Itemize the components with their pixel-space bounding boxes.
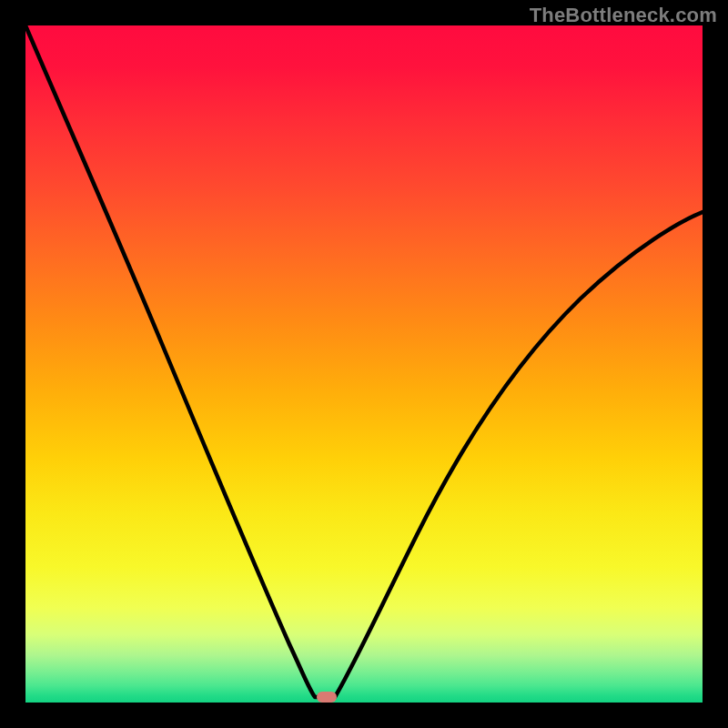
minimum-marker — [317, 692, 337, 703]
curve-path — [25, 25, 703, 697]
plot-area — [25, 25, 703, 703]
watermark-label: TheBottleneck.com — [530, 4, 717, 27]
bottleneck-curve — [25, 25, 703, 703]
chart-container: TheBottleneck.com — [0, 0, 728, 728]
